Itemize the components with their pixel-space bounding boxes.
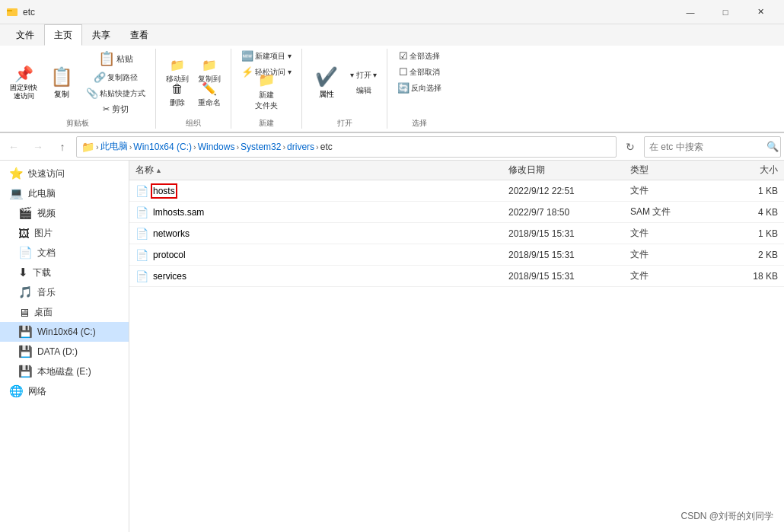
back-button[interactable]: ← [3, 136, 24, 158]
file-date: 2022/9/7 18:50 [502, 207, 624, 218]
ribbon: 文件 主页 共享 查看 📌 固定到快速访问 📋 复制 📋 粘贴 [0, 24, 784, 133]
sidebar-item-label: DATA (D:) [37, 346, 78, 357]
sidebar-item-label: 此电脑 [28, 187, 56, 200]
file-date: 2022/9/12 22:51 [502, 186, 624, 196]
file-name: networks [153, 228, 190, 239]
sidebar-item-label: 本地磁盘 (E:) [37, 365, 91, 378]
delete-button[interactable]: 🗑 删除 [162, 84, 193, 106]
sidebar-item-documents[interactable]: 📄 文档 [0, 243, 129, 263]
col-type-header[interactable]: 类型 [624, 164, 723, 177]
paste-button[interactable]: 📋 粘贴 [82, 49, 149, 68]
paste-shortcut-button[interactable]: 📎 粘贴快捷方式 [82, 86, 149, 100]
drive-d-icon: 💾 [18, 345, 33, 358]
properties-button[interactable]: ✔️ 属性 [308, 61, 345, 105]
sidebar-item-pictures[interactable]: 🖼 图片 [0, 223, 129, 243]
sidebar-item-win10x64[interactable]: 💾 Win10x64 (C:) [0, 322, 129, 342]
file-type: 文件 [624, 184, 723, 197]
drive-c-icon: 💾 [18, 325, 33, 339]
tab-home[interactable]: 主页 [44, 24, 82, 46]
downloads-icon: ⬇ [18, 266, 28, 279]
file-list-header: 名称 ▲ 修改日期 类型 大小 [129, 161, 784, 180]
title-bar-controls: — □ ✕ [673, 0, 778, 24]
tab-file[interactable]: 文件 [6, 24, 44, 46]
maximize-button[interactable]: □ [708, 0, 743, 24]
invert-selection-button[interactable]: 🔄 反向选择 [394, 81, 445, 95]
search-bar[interactable]: 🔍 [644, 136, 781, 158]
new-folder-button[interactable]: 📁 新建文件夹 [250, 81, 283, 102]
sidebar-item-quick-access[interactable]: ⭐ 快速访问 [0, 164, 129, 183]
breadcrumb-windows[interactable]: Windows [198, 142, 235, 152]
col-date-header[interactable]: 修改日期 [502, 164, 624, 177]
title-bar-icon [6, 6, 18, 18]
file-name: services [153, 271, 186, 282]
ribbon-group-select: ☑ 全部选择 ☐ 全部取消 🔄 反向选择 选择 [394, 49, 451, 129]
breadcrumb-system32[interactable]: System32 [241, 142, 281, 152]
tab-share[interactable]: 共享 [82, 24, 120, 46]
up-button[interactable]: ↑ [52, 136, 73, 158]
edit-button[interactable]: 编辑 [346, 84, 381, 97]
sidebar-item-downloads[interactable]: ⬇ 下载 [0, 263, 129, 282]
computer-icon: 💻 [9, 186, 24, 200]
table-row[interactable]: 📄lmhosts.sam2022/9/7 18:50SAM 文件4 KB [129, 202, 784, 223]
search-input[interactable] [649, 142, 763, 152]
sidebar-item-label: 文档 [37, 247, 56, 260]
new-group-label: 新建 [237, 118, 295, 129]
pictures-icon: 🖼 [18, 227, 30, 240]
move-to-button[interactable]: 📁 移动到 [162, 60, 193, 83]
sidebar-item-desktop[interactable]: 🖥 桌面 [0, 302, 129, 322]
file-type: 文件 [624, 269, 723, 282]
open-button[interactable]: ▾ 打开 ▾ [346, 68, 381, 82]
ribbon-group-clipboard: 📌 固定到快速访问 📋 复制 📋 粘贴 🔗 复制路径 [6, 49, 156, 129]
breadcrumb-this-pc[interactable]: 此电脑 [100, 140, 128, 153]
col-size-header[interactable]: 大小 [723, 164, 784, 177]
ribbon-group-organize: 📁 移动到 📁 复制到 🗑 删除 ✏️ 重命名 [162, 49, 231, 129]
copy-path-button[interactable]: 🔗 复制路径 [82, 70, 149, 84]
copy-to-button[interactable]: 📁 复制到 [194, 60, 225, 83]
file-icon: 📄 [135, 206, 148, 218]
select-all-button[interactable]: ☑ 全部选择 [395, 49, 444, 63]
drive-e-icon: 💾 [18, 365, 33, 378]
sidebar-item-network[interactable]: 🌐 网络 [0, 381, 129, 401]
table-row[interactable]: 📄services2018/9/15 15:31文件18 KB [129, 266, 784, 287]
pin-to-quick-access-button[interactable]: 📌 固定到快速访问 [6, 62, 41, 103]
file-date: 2018/9/15 15:31 [502, 228, 624, 239]
breadcrumb-drivers[interactable]: drivers [287, 142, 314, 152]
ribbon-group-open: ✔️ 属性 ▾ 打开 ▾ 编辑 打开 [308, 49, 388, 129]
file-icon: 📄 [135, 270, 148, 282]
open-group-label: 打开 [308, 118, 381, 129]
file-type: 文件 [624, 227, 723, 240]
table-row[interactable]: 📄protocol2018/9/15 15:31文件2 KB [129, 244, 784, 266]
file-rows-container: 📄hosts2022/9/12 22:51文件1 KB📄lmhosts.sam2… [129, 180, 784, 287]
sidebar-item-this-pc[interactable]: 💻 此电脑 [0, 183, 129, 203]
table-row[interactable]: 📄networks2018/9/15 15:31文件1 KB [129, 223, 784, 244]
forward-button[interactable]: → [27, 136, 49, 158]
tab-view[interactable]: 查看 [120, 24, 158, 46]
rename-button[interactable]: ✏️ 重命名 [194, 84, 225, 106]
copy-button[interactable]: 📋 复制 [43, 61, 81, 105]
music-icon: 🎵 [18, 285, 33, 299]
title-bar-title: etc [23, 7, 673, 18]
sidebar-item-label: 桌面 [34, 306, 53, 319]
network-icon: 🌐 [9, 384, 24, 398]
video-icon: 🎬 [18, 206, 33, 220]
sidebar-item-music[interactable]: 🎵 音乐 [0, 282, 129, 302]
refresh-button[interactable]: ↻ [620, 136, 641, 158]
breadcrumb-drive[interactable]: Win10x64 (C:) [133, 142, 192, 152]
table-row[interactable]: 📄hosts2022/9/12 22:51文件1 KB [129, 180, 784, 202]
select-none-button[interactable]: ☐ 全部取消 [395, 65, 444, 79]
svg-rect-1 [7, 10, 12, 11]
minimize-button[interactable]: — [673, 0, 708, 24]
address-bar: ← → ↑ 📁 › 此电脑 › Win10x64 (C:) › Windows … [0, 133, 784, 161]
sidebar-item-data-d[interactable]: 💾 DATA (D:) [0, 342, 129, 362]
breadcrumb[interactable]: 📁 › 此电脑 › Win10x64 (C:) › Windows › Syst… [76, 136, 617, 158]
cut-button[interactable]: ✂ 剪切 [82, 102, 149, 116]
sidebar-item-local-e[interactable]: 💾 本地磁盘 (E:) [0, 362, 129, 381]
ribbon-body: 📌 固定到快速访问 📋 复制 📋 粘贴 🔗 复制路径 [0, 46, 784, 132]
col-name-header[interactable]: 名称 ▲ [129, 164, 502, 177]
sidebar-item-videos[interactable]: 🎬 视频 [0, 203, 129, 223]
close-button[interactable]: ✕ [743, 0, 778, 24]
file-size: 1 KB [723, 228, 784, 239]
new-item-button[interactable]: 🆕 新建项目 ▾ [237, 49, 295, 63]
sidebar-item-label: Win10x64 (C:) [37, 327, 96, 337]
file-name: lmhosts.sam [153, 207, 204, 218]
